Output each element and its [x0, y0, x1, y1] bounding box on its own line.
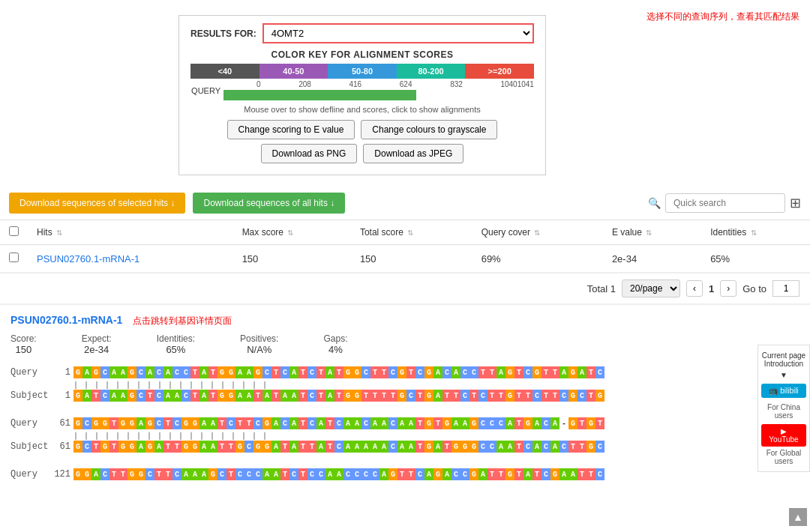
per-page-select[interactable]: 20/page [622, 279, 680, 297]
query-select[interactable]: 4OMT2 [262, 23, 534, 43]
query-cover-sort-icon[interactable]: ⇅ [534, 229, 540, 237]
nucleotide-char: C [146, 468, 154, 480]
nucleotide-char: A [568, 468, 578, 480]
stat-positives: Positives: N/A% [240, 333, 278, 355]
change-colours-btn[interactable]: Change colours to grayscale [361, 120, 497, 139]
nucleotide-char: A [370, 441, 380, 453]
nucleotide-char: A [236, 366, 244, 378]
total-score-sort-icon[interactable]: ⇅ [407, 229, 413, 237]
nucleotide-char: G [218, 366, 226, 378]
select-all-checkbox[interactable] [9, 226, 19, 236]
seq-row-query-1: Query1GAGCAAGCACACCTATGGAAGCTCATCTATGGCT… [10, 366, 800, 379]
nucleotide-char: A [460, 417, 470, 429]
nucleotide-char: C [488, 441, 496, 453]
nucleotide-char: C [560, 390, 568, 402]
nucleotide-char: A [164, 390, 172, 402]
total-score-cell: 150 [351, 245, 472, 273]
quick-search-input[interactable] [665, 193, 785, 213]
nucleotide-char: C [416, 366, 424, 378]
th-total-score: Total score ⇅ [351, 220, 472, 245]
nucleotide-char: T [550, 390, 560, 402]
nucleotide-char: A [326, 468, 334, 480]
seq-chars: GCGGTGGAGCTCGGAATCTTCGACATCATCAACAACAATG… [74, 417, 604, 429]
nucleotide-char: A [136, 441, 146, 453]
nucleotide-char: C [478, 441, 488, 453]
nucleotide-char: C [136, 390, 146, 402]
nucleotide-char: T [550, 366, 560, 378]
download-all-btn[interactable]: Download sequences of all hits ↓ [193, 193, 345, 214]
nucleotide-char: G [74, 390, 82, 402]
nucleotide-char: T [226, 468, 236, 480]
max-score-sort-icon[interactable]: ⇅ [287, 229, 293, 237]
identities-sort-icon[interactable]: ⇅ [751, 229, 757, 237]
identities-cell: 65% [701, 245, 810, 273]
change-scoring-btn[interactable]: Change scoring to E value [227, 120, 356, 139]
nucleotide-char: C [560, 441, 568, 453]
nucleotide-char: A [380, 468, 388, 480]
nucleotide-char: T [406, 468, 416, 480]
seq-type-label: Query [10, 468, 50, 481]
identities-label: Identities: [157, 333, 195, 344]
prev-page-btn[interactable]: ‹ [686, 280, 703, 297]
table-row: PSUN02760.1-mRNA-1 150 150 69% 2e-34 65% [0, 245, 810, 273]
nucleotide-char: C [524, 441, 532, 453]
e-value-sort-icon[interactable]: ⇅ [646, 229, 652, 237]
nucleotide-char: G [190, 441, 200, 453]
color-bar: <40 40-50 50-80 80-200 >=200 [190, 64, 534, 79]
nucleotide-char: A [550, 417, 560, 429]
download-selected-btn[interactable]: Download sequences of selected hits ↓ [9, 193, 185, 214]
nucleotide-char: C [542, 441, 550, 453]
goto-input[interactable] [772, 280, 800, 297]
nucleotide-char: T [146, 390, 154, 402]
nucleotide-char: T [514, 366, 524, 378]
nucleotide-char: G [226, 390, 236, 402]
download-png-btn[interactable]: Download as PNG [261, 144, 358, 163]
download-jpeg-btn[interactable]: Download as JPEG [363, 144, 464, 163]
nucleotide-char: C [388, 366, 398, 378]
nucleotide-char: C [218, 468, 226, 480]
nucleotide-char: C [352, 468, 362, 480]
button-row-2: Download as PNG Download as JPEG [261, 144, 464, 163]
next-page-btn[interactable]: › [720, 280, 736, 297]
th-query-cover: Query cover ⇅ [472, 220, 603, 245]
download-section: Download sequences of selected hits ↓ Do… [0, 187, 810, 220]
sequence-alignment: Query1GAGCAAGCACACCTATGGAAGCTCATCTATGGCT… [10, 366, 800, 481]
nucleotide-char: G [236, 441, 244, 453]
nucleotide-char: C [416, 468, 424, 480]
row-checkbox[interactable] [9, 253, 19, 262]
nucleotide-char: T [514, 468, 524, 480]
nucleotide-char: A [362, 441, 370, 453]
nucleotide-char: A [244, 366, 254, 378]
nucleotide-char: C [478, 417, 488, 429]
nucleotide-char: C [470, 366, 478, 378]
nucleotide-char: A [118, 366, 128, 378]
nucleotide-char: A [200, 417, 208, 429]
chinese-note: 选择不同的查询序列，查看其匹配结果 [646, 10, 800, 23]
grid-icon[interactable]: ⊞ [790, 195, 801, 211]
nucleotide-char: T [586, 390, 596, 402]
nucleotide-char: G [100, 441, 110, 453]
nucleotide-char: G [254, 366, 262, 378]
hit-link[interactable]: PSUN02760.1-mRNA-1 [37, 253, 140, 265]
bilibili-label: For China users [761, 403, 806, 420]
nucleotide-char: A [560, 366, 568, 378]
stat-score: Score: 150 [10, 333, 37, 355]
nucleotide-char: T [524, 390, 532, 402]
nucleotide-char: A [236, 390, 244, 402]
nucleotide-char: C [362, 417, 370, 429]
nucleotide-char: G [470, 441, 478, 453]
youtube-btn[interactable]: ▶ YouTube [761, 424, 806, 447]
alignment-gene-link[interactable]: PSUN02760.1-mRNA-1 [10, 314, 122, 326]
nucleotide-char: G [82, 468, 92, 480]
hits-sort-icon[interactable]: ⇅ [56, 229, 62, 237]
nucleotide-char: G [424, 417, 434, 429]
nucleotide-char: G [118, 417, 128, 429]
nucleotide-char: A [334, 468, 344, 480]
nucleotide-char: G [74, 366, 82, 378]
stat-identities: Identities: 65% [157, 333, 195, 355]
nucleotide-char: G [424, 390, 434, 402]
nucleotide-char: A [272, 417, 280, 429]
bilibili-btn[interactable]: 📺 bilibili [761, 384, 806, 398]
nucleotide-char: G [460, 441, 470, 453]
nucleotide-char: A [92, 468, 100, 480]
